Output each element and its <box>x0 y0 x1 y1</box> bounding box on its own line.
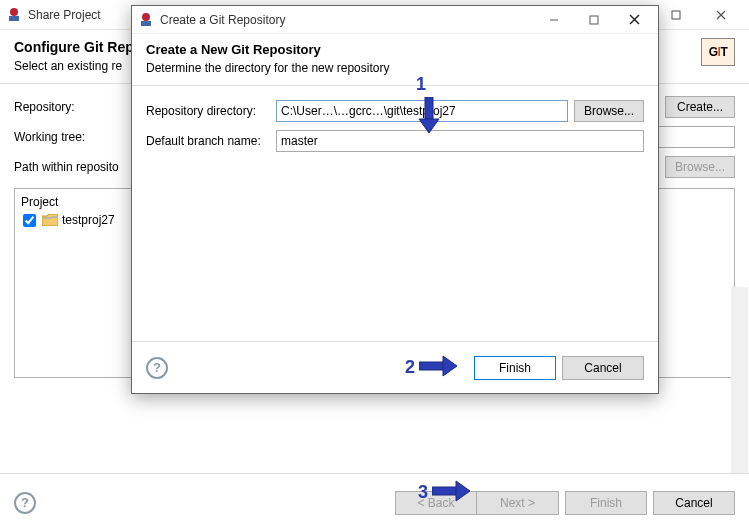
outer-finish-button[interactable]: Finish <box>565 491 647 515</box>
inner-help-icon[interactable]: ? <box>146 357 168 379</box>
outer-cancel-button[interactable]: Cancel <box>653 491 735 515</box>
inner-minimize-button[interactable] <box>534 7 574 33</box>
svg-marker-15 <box>443 356 457 376</box>
inner-footer: ? Finish Cancel <box>132 341 658 393</box>
inner-cancel-button[interactable]: Cancel <box>562 356 644 380</box>
outer-footer: ? < Back Next > Finish Cancel <box>0 473 749 531</box>
repo-dir-label: Repository directory: <box>146 104 276 118</box>
svg-rect-16 <box>432 487 456 495</box>
outer-close-button[interactable] <box>698 1 743 29</box>
inner-maximize-button[interactable] <box>574 7 614 33</box>
annotation-1: 1 <box>416 74 442 138</box>
inner-browse-button[interactable]: Browse... <box>574 100 644 122</box>
project-item-label: testproj27 <box>62 213 115 227</box>
inner-app-icon <box>138 12 154 28</box>
inner-heading: Create a New Git Repository <box>146 42 389 57</box>
annotation-3: 3 <box>418 478 472 507</box>
default-branch-input[interactable] <box>276 130 644 152</box>
inner-header: Create a New Git Repository Determine th… <box>132 34 658 86</box>
svg-marker-17 <box>456 481 470 501</box>
svg-rect-12 <box>425 97 433 119</box>
next-button[interactable]: Next > <box>477 491 559 515</box>
app-icon <box>6 7 22 23</box>
default-branch-label: Default branch name: <box>146 134 276 148</box>
annotation-2: 2 <box>405 353 459 382</box>
create-repo-dialog: Create a Git Repository Create a New Git… <box>131 5 659 394</box>
svg-point-6 <box>142 13 150 21</box>
svg-rect-7 <box>141 21 151 26</box>
create-button[interactable]: Create... <box>665 96 735 118</box>
svg-rect-9 <box>590 16 598 24</box>
svg-rect-1 <box>9 16 19 21</box>
outer-browse-button[interactable]: Browse... <box>665 156 735 178</box>
inner-subheading: Determine the directory for the new repo… <box>146 61 389 75</box>
scrollbar-stub[interactable] <box>731 287 748 480</box>
svg-rect-14 <box>419 362 443 370</box>
project-checkbox[interactable] <box>23 214 36 227</box>
inner-titlebar: Create a Git Repository <box>132 6 658 34</box>
folder-icon <box>42 214 58 226</box>
svg-marker-13 <box>419 119 439 133</box>
outer-maximize-button[interactable] <box>653 1 698 29</box>
inner-body: Repository directory: Browse... Default … <box>132 86 658 170</box>
svg-point-0 <box>10 8 18 16</box>
help-icon[interactable]: ? <box>14 492 36 514</box>
inner-title: Create a Git Repository <box>160 13 534 27</box>
git-badge-icon: GIT <box>701 38 735 66</box>
inner-close-button[interactable] <box>614 7 654 33</box>
inner-finish-button[interactable]: Finish <box>474 356 556 380</box>
svg-rect-3 <box>672 11 680 19</box>
